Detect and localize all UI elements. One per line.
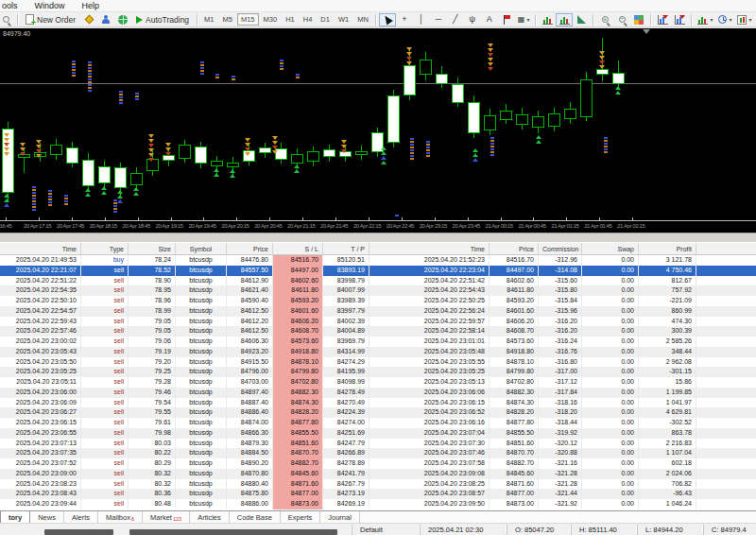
column-header-type[interactable]: Type — [81, 243, 129, 255]
pitchfork-tool-button[interactable]: ψ — [464, 13, 481, 26]
history-row[interactable]: 2025.04.20 23:07:35sell80.22btcusdp84884… — [0, 448, 756, 458]
cell-commission: -316.80 — [539, 357, 582, 368]
column-header-close-time[interactable]: Time — [369, 243, 490, 255]
column-header-tp[interactable]: T / P — [323, 243, 369, 255]
history-row[interactable]: 2025.04.20 23:08:23sell80.32btcusdp84880… — [0, 479, 756, 490]
crosshair-tool-button[interactable]: + — [396, 13, 413, 26]
cell-type: sell — [81, 306, 129, 317]
history-row[interactable]: 2025.04.20 23:06:55sell79.98btcusdp84866… — [0, 428, 756, 439]
history-row[interactable]: 2025.04.20 23:06:09sell79.54btcusdp84887… — [0, 398, 756, 408]
zoom-in-button[interactable]: + — [596, 13, 613, 26]
history-row[interactable]: 2025.04.20 22:51:22sell78.90btcusdp84612… — [0, 276, 756, 286]
sell-marker-icon — [488, 43, 493, 47]
history-row[interactable]: 2025.04.20 23:09:00sell80.32btcusdp84870… — [0, 469, 756, 479]
community-button[interactable] — [114, 13, 131, 26]
history-row[interactable]: 2025.04.20 21:49:53buy78.24btcusdp84476.… — [0, 255, 756, 266]
history-row[interactable]: 2025.04.20 22:59:43sell79.05btcusdp84612… — [0, 317, 756, 327]
column-header-size[interactable]: Size — [129, 243, 176, 255]
chart-shift-button[interactable] — [671, 13, 688, 26]
cursor-tool-button[interactable] — [379, 13, 396, 26]
history-row[interactable]: 2025.04.20 23:05:50sell79.20btcusdp84915… — [0, 357, 756, 368]
template-dropdown[interactable]: ▾ — [734, 13, 754, 26]
cell-filler — [696, 326, 756, 337]
tab-articles[interactable]: Articles — [190, 511, 230, 523]
tab-tory[interactable]: tory — [0, 510, 30, 523]
cell-close-price: 84855.50 — [490, 428, 539, 439]
period-dropdown[interactable]: ▾ — [715, 13, 734, 26]
autotrading-button[interactable]: AutoTrading — [131, 13, 194, 26]
panel-splitter[interactable] — [0, 233, 756, 243]
menu-item-help[interactable]: Help — [74, 1, 109, 10]
buy-marker-icon — [85, 188, 91, 192]
history-row[interactable]: 2025.04.20 22:54:57sell78.99btcusdp84612… — [0, 306, 756, 317]
tab-market[interactable]: Market123 — [143, 511, 190, 523]
horizontal-line-tool-button[interactable]: ─ — [430, 13, 447, 26]
timeframe-d1[interactable]: D1 — [317, 13, 334, 26]
accounts-button[interactable] — [97, 13, 114, 26]
column-header-profit[interactable]: Profit — [639, 243, 696, 255]
timeframe-m15[interactable]: M15 — [237, 13, 259, 26]
buy-marker-icon — [117, 199, 123, 203]
cell-profit: 757.92 — [639, 285, 696, 296]
tab-journal[interactable]: Journal — [320, 511, 360, 523]
menu-item-window[interactable]: Window — [26, 1, 74, 10]
tab-mailbox[interactable]: Mailbox6 — [98, 511, 143, 523]
tab-alerts[interactable]: Alerts — [64, 511, 98, 523]
text-tool-button[interactable]: A — [481, 13, 498, 26]
label-tool-button[interactable] — [498, 13, 515, 26]
column-header-close-price[interactable]: Price — [490, 243, 539, 255]
history-row[interactable]: 2025.04.20 23:07:52sell80.29btcusdp84890… — [0, 458, 756, 469]
indicators-button[interactable] — [539, 13, 556, 26]
history-row[interactable]: 2025.04.20 22:21:07sell78.52btcusdp84557… — [0, 266, 756, 276]
sell-marker-icon — [406, 47, 412, 51]
history-row[interactable]: 2025.04.20 23:05:11sell79.28btcusdp84703… — [0, 377, 756, 388]
timeframe-m5[interactable]: M5 — [219, 13, 236, 26]
history-row[interactable]: 2025.04.20 23:07:13sell80.03btcusdp84879… — [0, 439, 756, 449]
auto-scroll-button[interactable] — [654, 13, 671, 26]
new-order-button[interactable]: New Order — [21, 13, 80, 26]
zoom-out-button[interactable]: − — [613, 13, 630, 26]
cell-size: 78.95 — [129, 285, 176, 296]
trade-trail-dash — [410, 149, 414, 151]
column-header-open-time[interactable]: Time — [0, 243, 81, 255]
history-row[interactable]: 2025.04.20 22:57:46sell79.05btcusdp84612… — [0, 326, 756, 337]
timeframe-m30[interactable]: M30 — [260, 13, 282, 26]
history-row[interactable]: 2025.04.20 23:05:25sell79.25btcusdp84796… — [0, 367, 756, 377]
buy-marker-icon — [472, 158, 478, 162]
history-row[interactable]: 2025.04.20 23:06:00sell79.46btcusdp84897… — [0, 388, 756, 398]
history-row[interactable]: 2025.04.20 23:00:02sell79.06btcusdp84606… — [0, 337, 756, 347]
timeframe-mn[interactable]: MN — [353, 13, 372, 26]
history-row[interactable]: 2025.04.20 23:09:44sell80.48btcusdp84886… — [0, 499, 756, 509]
timeframe-m1[interactable]: M1 — [200, 13, 217, 26]
column-header-open-price[interactable]: Price — [227, 243, 273, 255]
vertical-line-tool-button[interactable]: │ — [413, 13, 430, 26]
timeframe-h1[interactable]: H1 — [282, 13, 299, 26]
trendline-tool-button[interactable]: ╱ — [447, 13, 464, 26]
menu-item-ools[interactable]: ools — [0, 1, 26, 10]
chart-canvas[interactable]: 84979.40 Apr 16:4520 Apr 17:1520 Apr 17:… — [0, 28, 756, 233]
objects-button[interactable] — [556, 13, 573, 26]
history-row[interactable]: 2025.04.20 23:06:27sell79.55btcusdp84886… — [0, 407, 756, 418]
time-axis-label: 21 Apr 00:45 — [518, 223, 545, 229]
trade-trail-dash — [72, 63, 76, 65]
history-row[interactable]: 2025.04.20 23:05:43sell79.19btcusdp84923… — [0, 347, 756, 357]
metaeditor-button[interactable] — [80, 13, 97, 26]
ruler-button[interactable] — [573, 13, 590, 26]
timeframe-w1[interactable]: W1 — [335, 13, 352, 26]
timeframe-h4[interactable]: H4 — [300, 13, 317, 26]
column-header-symbol[interactable]: Symbol — [176, 243, 227, 255]
history-row[interactable]: 2025.04.20 22:54:35sell78.95btcusdp84621… — [0, 285, 756, 296]
tab-news[interactable]: News — [30, 511, 64, 523]
history-row[interactable]: 2025.04.20 23:08:43sell80.36btcusdp84875… — [0, 489, 756, 499]
tab-experts[interactable]: Experts — [281, 511, 320, 523]
column-header-sl[interactable]: S / L — [273, 243, 323, 255]
shapes-tool-button[interactable]: ▦ ▾ — [515, 13, 533, 26]
tile-windows-button[interactable] — [630, 13, 647, 26]
add-indicator-dropdown[interactable]: ▾ — [695, 13, 715, 26]
tab-code-base[interactable]: Code Base — [230, 511, 281, 523]
column-header-commission[interactable]: Commission▿ — [539, 243, 582, 255]
search-button[interactable] — [0, 13, 14, 26]
history-row[interactable]: 2025.04.20 23:06:15sell79.61btcusdp84874… — [0, 418, 756, 428]
column-header-swap[interactable]: Swap — [582, 243, 639, 255]
history-row[interactable]: 2025.04.20 22:50:10sell78.96btcusdp84590… — [0, 296, 756, 306]
